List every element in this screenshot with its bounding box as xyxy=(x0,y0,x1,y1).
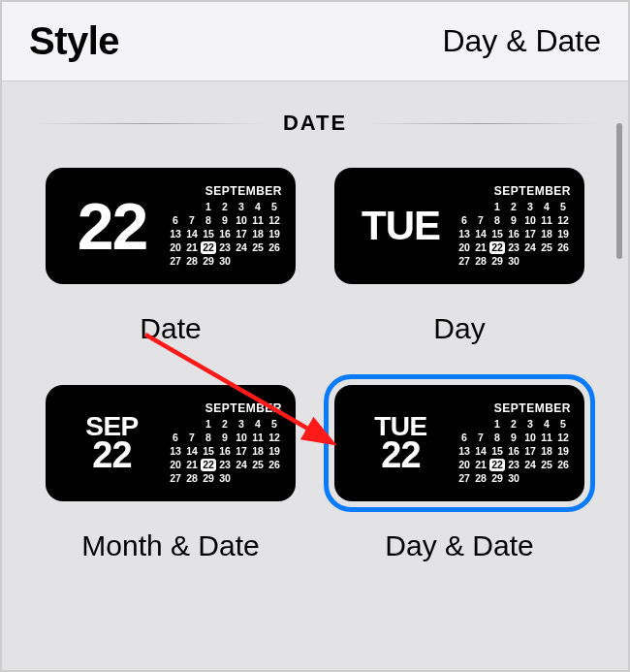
mini-cell-day: 16 xyxy=(506,228,521,240)
mini-cell-day: 4 xyxy=(250,418,266,431)
mini-cell-day: 24 xyxy=(522,241,538,254)
option-label: Day xyxy=(433,312,485,345)
mini-cell-day: 22 xyxy=(201,459,216,471)
mini-cell-day: 2 xyxy=(217,201,233,213)
mini-cell-day: 16 xyxy=(217,445,233,458)
mini-cell-empty xyxy=(168,201,183,213)
mini-cell-day: 18 xyxy=(250,445,266,458)
mini-cell-day: 29 xyxy=(201,255,216,268)
divider-right xyxy=(366,123,597,124)
mini-cell-day: 4 xyxy=(250,201,266,213)
mini-cell-day: 6 xyxy=(457,432,472,444)
stack-bottom: 22 xyxy=(381,436,420,473)
mini-cell-day: 14 xyxy=(184,228,200,240)
big-side: TUE xyxy=(350,206,452,246)
mini-cell-day: 8 xyxy=(201,432,216,444)
mini-cell-day: 24 xyxy=(522,459,538,471)
mini-calendar: SEPTEMBER1234567891011121314151617181920… xyxy=(452,401,573,485)
section-header-date: DATE xyxy=(2,111,628,136)
mini-cell-day: 20 xyxy=(168,241,183,254)
mini-cell-empty xyxy=(168,418,183,431)
mini-cell-day: 28 xyxy=(184,255,200,268)
mini-cell-day: 2 xyxy=(506,418,521,431)
content-area: DATE 22SEPTEMBER123456789101112131415161… xyxy=(2,81,628,592)
page-title: Style xyxy=(29,19,119,63)
mini-cell-day: 1 xyxy=(201,201,216,213)
mini-cell-day: 3 xyxy=(522,201,538,213)
mini-cell-day: 13 xyxy=(457,445,472,458)
mini-month-label: SEPTEMBER xyxy=(494,184,571,198)
widget-preview-card: TUE22SEPTEMBER12345678910111213141516171… xyxy=(334,385,584,501)
mini-cell-day: 21 xyxy=(473,459,488,471)
mini-cell-day: 2 xyxy=(217,418,233,431)
style-option-day-date[interactable]: TUE22SEPTEMBER12345678910111213141516171… xyxy=(320,374,599,562)
mini-cell-day: 23 xyxy=(506,459,521,471)
section-title: DATE xyxy=(264,111,366,136)
mini-cell-day: 23 xyxy=(506,241,521,254)
mini-cell-day: 1 xyxy=(489,201,505,213)
option-label: Month & Date xyxy=(81,529,259,562)
mini-cell-day: 24 xyxy=(234,241,249,254)
option-label: Day & Date xyxy=(385,529,533,562)
mini-month-label: SEPTEMBER xyxy=(205,401,282,415)
mini-cell-day: 13 xyxy=(457,228,472,240)
mini-cell-day: 11 xyxy=(539,432,554,444)
mini-calendar: SEPTEMBER1234567891011121314151617181920… xyxy=(163,184,284,268)
mini-cell-day: 22 xyxy=(201,241,216,254)
mini-cell-day: 28 xyxy=(184,472,200,485)
style-option-month-date[interactable]: SEP22SEPTEMBER12345678910111213141516171… xyxy=(31,374,310,562)
style-option-day[interactable]: TUESEPTEMBER1234567891011121314151617181… xyxy=(320,157,599,345)
widget-preview-card: 22SEPTEMBER12345678910111213141516171819… xyxy=(46,168,296,284)
selected-style-value: Day & Date xyxy=(442,23,601,59)
mini-cell-day: 11 xyxy=(250,432,266,444)
style-header: Style Day & Date xyxy=(2,2,628,81)
mini-cell-day: 19 xyxy=(267,228,282,240)
mini-cell-day: 10 xyxy=(234,214,249,227)
mini-cell-day: 9 xyxy=(217,214,233,227)
mini-cell-day: 25 xyxy=(250,241,266,254)
mini-cell-day: 17 xyxy=(234,445,249,458)
mini-cell-day: 21 xyxy=(473,241,488,254)
mini-cell-day: 5 xyxy=(555,201,571,213)
mini-cell-day: 28 xyxy=(473,472,488,485)
mini-cell-day: 24 xyxy=(234,459,249,471)
card-wrap: 22SEPTEMBER12345678910111213141516171819… xyxy=(35,157,306,295)
stack-bottom: 22 xyxy=(92,436,131,473)
mini-cell-empty xyxy=(184,418,200,431)
mini-cell-day: 11 xyxy=(539,214,554,227)
mini-cell-day: 15 xyxy=(489,228,505,240)
mini-cell-day: 22 xyxy=(489,241,505,254)
mini-cell-day: 1 xyxy=(201,418,216,431)
mini-calendar-grid: 1234567891011121314151617181920212223242… xyxy=(168,418,282,485)
mini-month-label: SEPTEMBER xyxy=(494,401,571,415)
mini-cell-day: 28 xyxy=(473,255,488,268)
scrollbar[interactable] xyxy=(616,123,622,259)
style-option-date[interactable]: 22SEPTEMBER12345678910111213141516171819… xyxy=(31,157,310,345)
mini-cell-day: 27 xyxy=(457,472,472,485)
mini-cell-day: 6 xyxy=(168,432,183,444)
mini-cell-empty xyxy=(473,201,488,213)
mini-cell-day: 3 xyxy=(522,418,538,431)
mini-cell-day: 13 xyxy=(168,445,183,458)
big-side: 22 xyxy=(61,193,163,259)
big-day: TUE xyxy=(362,206,440,246)
mini-cell-day: 2 xyxy=(506,201,521,213)
mini-cell-day: 20 xyxy=(457,459,472,471)
mini-cell-day: 14 xyxy=(473,228,488,240)
mini-cell-day: 30 xyxy=(506,255,521,268)
option-label: Date xyxy=(140,312,201,345)
mini-cell-day: 4 xyxy=(539,418,554,431)
mini-cell-day: 5 xyxy=(267,418,282,431)
mini-cell-day: 25 xyxy=(539,241,554,254)
card-wrap: TUE22SEPTEMBER12345678910111213141516171… xyxy=(324,374,595,512)
mini-cell-day: 23 xyxy=(217,459,233,471)
mini-cell-day: 20 xyxy=(457,241,472,254)
mini-cell-day: 8 xyxy=(489,214,505,227)
mini-cell-day: 9 xyxy=(217,432,233,444)
mini-calendar: SEPTEMBER1234567891011121314151617181920… xyxy=(452,184,573,268)
mini-cell-day: 19 xyxy=(555,445,571,458)
card-wrap: SEP22SEPTEMBER12345678910111213141516171… xyxy=(35,374,306,512)
mini-cell-day: 15 xyxy=(201,445,216,458)
mini-cell-day: 1 xyxy=(489,418,505,431)
mini-cell-day: 25 xyxy=(539,459,554,471)
